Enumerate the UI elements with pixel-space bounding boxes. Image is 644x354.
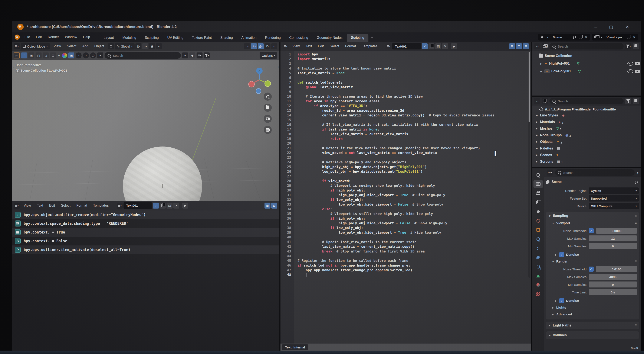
field-dropdown-render-engine[interactable]: Cycles▾ — [589, 188, 639, 194]
info-log-entry[interactable]: bpy.context. = False — [12, 237, 280, 245]
select-extend-icon[interactable]: ⊡ — [50, 53, 56, 58]
viewport-shading-icon[interactable]: ◐ — [271, 43, 277, 49]
text-menu-view[interactable]: View — [290, 43, 302, 50]
workspace-tab-rendering[interactable]: Rendering — [261, 34, 285, 42]
editor-toggle-icon[interactable]: ⊞ — [264, 203, 270, 209]
navigation-gizmo[interactable]: Z — [246, 66, 274, 94]
viewport-canvas[interactable]: User Perspective (1) Scene Collection | … — [12, 60, 280, 201]
expand-chevron-icon[interactable]: ▸ — [536, 133, 538, 137]
blend-file-mode-icon[interactable]: ▾ — [542, 98, 548, 104]
subpanel-header-advanced[interactable]: ▸Advanced — [546, 311, 639, 318]
clipboard-icon[interactable]: ▢ — [108, 43, 114, 49]
outliner-display-mode-icon[interactable]: ⑂▾ — [534, 43, 540, 49]
field-dropdown-feature-set[interactable]: Supported▾ — [589, 195, 639, 202]
properties-tab-particles[interactable] — [534, 244, 543, 252]
scrollbar-thumb[interactable] — [528, 52, 530, 122]
info-log-entry[interactable]: bpy.context.space_data.shading.type = 'R… — [12, 219, 280, 228]
value-field[interactable]: 0 — [589, 243, 637, 249]
zoom-button[interactable] — [264, 93, 272, 101]
topbar-menu-file[interactable]: File — [22, 34, 33, 40]
blend-file-item-scenes[interactable]: ▸Scenes▼ — [532, 152, 641, 158]
subpanel-header-render[interactable]: ▾Render≡ — [546, 258, 639, 265]
snap-target-icon[interactable]: ▣ — [68, 53, 74, 58]
disable-in-renders-camera-icon[interactable] — [635, 62, 640, 65]
workspace-tab-geometry-nodes[interactable]: Geometry Nodes — [312, 34, 347, 42]
properties-tab-modifiers[interactable] — [534, 235, 543, 243]
workspace-tab-uv-editing[interactable]: UV Editing — [163, 34, 188, 42]
text2-menu-templates[interactable]: Templates — [90, 202, 112, 209]
topbar-menu-edit[interactable]: Edit — [33, 34, 45, 40]
workspace-tab-texture-paint[interactable]: Texture Paint — [188, 34, 216, 42]
text2-menu-text[interactable]: Text — [34, 202, 46, 209]
select-box-icon[interactable]: ⬚ — [21, 53, 27, 58]
camera-view-button[interactable] — [264, 115, 272, 123]
snap-circle-icon[interactable]: ◶ — [90, 53, 96, 58]
properties-tab-texture[interactable] — [534, 290, 543, 298]
pan-hand-button[interactable] — [264, 104, 272, 112]
code-editor[interactable]: 1234567891011121314151617181920212223242… — [280, 51, 531, 343]
properties-tab-material[interactable] — [534, 281, 543, 289]
xray-toggle-icon[interactable]: ⧉ — [264, 43, 270, 49]
expand-chevron-icon[interactable]: ▸ — [536, 114, 538, 117]
maximize-button[interactable]: ▢ — [609, 24, 613, 30]
outliner-item-scene-collection[interactable]: Scene Collection — [534, 52, 640, 60]
pivot-point-icon[interactable]: ◌▾ — [244, 43, 250, 49]
workspace-tab-animation[interactable]: Animation — [237, 34, 261, 42]
panel-menu-icon[interactable]: ≡ — [635, 221, 637, 225]
expand-chevron-icon[interactable]: ▸ — [536, 127, 538, 130]
blender-menu-icon[interactable] — [15, 35, 20, 40]
checkbox-checked-icon[interactable]: ✓ — [589, 267, 594, 272]
properties-tab-render[interactable] — [534, 180, 543, 188]
properties-tab-view-layer[interactable] — [534, 199, 543, 206]
blend-file-item-palettes[interactable]: ▸Palettes▦ — [532, 145, 641, 152]
close-button[interactable]: ✕ — [626, 24, 629, 30]
hide-in-viewport-eye-icon[interactable] — [628, 69, 633, 73]
text-menu-select[interactable]: Select — [327, 43, 342, 50]
checkbox-checked-icon[interactable]: ✓ — [589, 228, 594, 233]
brush-icon[interactable]: ⌁ — [97, 53, 103, 58]
text-menu-text[interactable]: Text — [302, 43, 315, 50]
viewport-menu-select[interactable]: Select — [64, 43, 79, 50]
unlink-icon[interactable]: ✕ — [442, 43, 448, 49]
remove-icon[interactable]: ✕ — [632, 35, 636, 39]
editor-layout-icon[interactable]: ⊞ — [509, 43, 515, 49]
text2-menu-select[interactable]: Select — [58, 202, 73, 209]
topbar-menu-window[interactable]: Window — [62, 34, 80, 40]
checkbox-checked-icon[interactable]: ✓ — [559, 298, 564, 303]
text-icon[interactable]: ≣▾ — [386, 43, 392, 49]
chevron-down-icon[interactable]: ▾ — [637, 170, 638, 175]
expand-chevron-icon[interactable]: ▸ — [536, 153, 538, 156]
snap-magnet-icon[interactable]: ∩▾ — [142, 43, 148, 49]
text2-menu-format[interactable]: Format — [74, 202, 90, 209]
outliner-item-lowpoly001[interactable]: ▸▼LowPoly001▽ — [534, 67, 640, 75]
falloff-colorwheel-icon[interactable] — [62, 53, 67, 58]
text-name-field[interactable]: Text001 — [392, 43, 421, 50]
editor-split-icon[interactable]: ⊟ — [271, 203, 277, 209]
open-folder-icon[interactable]: ▤ — [435, 43, 441, 49]
select-circle-icon[interactable]: ◻ — [43, 53, 49, 58]
show-overlays-icon[interactable]: ◍▾ — [258, 43, 264, 49]
editor-new-window-icon[interactable]: ⊡ — [516, 43, 522, 49]
panel-menu-icon[interactable]: ≡ — [635, 259, 637, 264]
outliner-search-input[interactable]: Search — [550, 43, 624, 50]
text2-menu-view[interactable]: View — [21, 202, 34, 209]
select-lasso-icon[interactable]: ▢ — [36, 53, 42, 58]
chevron-down-icon[interactable]: ▾ — [57, 54, 61, 58]
properties-tab-physics[interactable] — [534, 254, 543, 261]
options-dropdown[interactable]: Options▾ — [260, 52, 277, 59]
scene-selector[interactable]: ▾ Scene ✕ — [538, 34, 590, 41]
filter-funnel-icon[interactable]: ▾ — [204, 53, 210, 58]
proportional-edit-icon[interactable]: ◉ — [149, 43, 155, 49]
panel-menu-icon[interactable]: ≡ — [635, 214, 637, 218]
sidebar-expand-arrow[interactable]: ‹ — [278, 65, 278, 68]
value-field[interactable]: 0 — [589, 281, 637, 287]
blend-file-item-materials[interactable]: ▸Materials●2 — [532, 119, 641, 125]
subpanel-header-lights[interactable]: ▸Lights — [546, 304, 639, 311]
expand-chevron-icon[interactable]: ▸ — [540, 70, 543, 73]
outliner-display-mode-icon[interactable]: ⑂▾ — [534, 98, 540, 104]
denoise-row[interactable]: ▸✓Denoise — [546, 251, 639, 258]
checkbox-checked-icon[interactable]: ✓ — [559, 252, 564, 257]
unlink-icon[interactable]: ✕ — [584, 35, 588, 39]
run-script-button[interactable]: ▶ — [451, 43, 457, 49]
topbar-menu-render[interactable]: Render — [45, 34, 62, 40]
